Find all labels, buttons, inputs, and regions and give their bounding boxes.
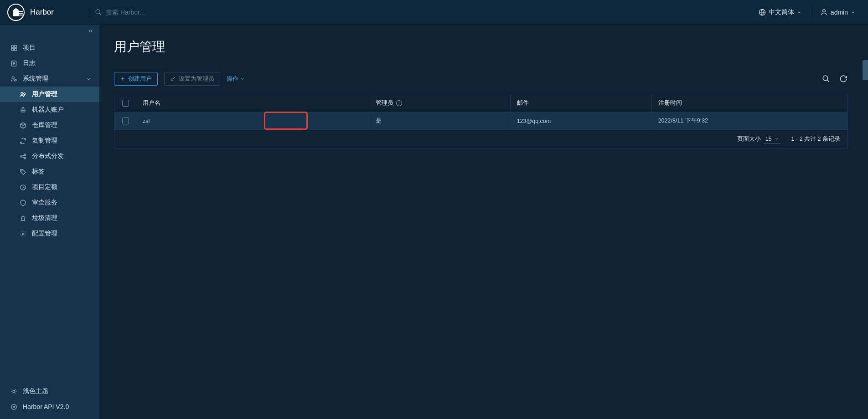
column-regtime[interactable]: 注册时间: [652, 94, 847, 112]
sidebar-item-theme[interactable]: 浅色主题: [0, 383, 99, 399]
distribution-icon: [19, 153, 26, 160]
search-input[interactable]: [106, 9, 243, 16]
chevron-down-icon: [851, 10, 855, 15]
nav-label: 复制管理: [32, 137, 57, 145]
main-content: 用户管理 创建用户 设置为管理员 操作: [99, 25, 868, 419]
table-row[interactable]: zsl 是 123@qq.com 2022/8/11 下午9:32: [114, 112, 847, 130]
pagination-range: 1 - 2 共计 2 条记录: [791, 135, 840, 143]
header-right: 中文简体 admin: [753, 5, 861, 20]
page-size-label: 页面大小: [737, 135, 761, 143]
svg-rect-5: [14, 45, 16, 47]
sidebar-item-scan[interactable]: 审查服务: [0, 195, 99, 210]
harbor-logo-icon: [7, 4, 25, 21]
svg-point-14: [21, 92, 22, 94]
refresh-button[interactable]: [839, 74, 848, 83]
nav-label: 仓库管理: [32, 121, 57, 129]
chevron-down-icon: [86, 77, 91, 82]
nav-label: 垃圾清理: [32, 214, 57, 222]
toolbar-right: [822, 74, 848, 83]
registry-icon: [19, 122, 26, 129]
nav-label: 项目: [23, 44, 36, 52]
sidebar-item-config[interactable]: 配置管理: [0, 226, 99, 241]
chevron-down-icon: [240, 77, 245, 81]
set-admin-button[interactable]: 设置为管理员: [164, 72, 220, 86]
language-label: 中文简体: [769, 8, 794, 16]
config-icon: [19, 230, 26, 237]
search-container: [95, 9, 753, 16]
brand-name: Harbor: [30, 8, 54, 17]
language-selector[interactable]: 中文简体: [753, 5, 807, 20]
cell-admin: 是: [369, 112, 511, 129]
sidebar-item-registry[interactable]: 仓库管理: [0, 118, 99, 133]
sidebar-collapse-toggle[interactable]: [0, 25, 99, 37]
logs-icon: [10, 60, 17, 67]
nav-label: 系统管理: [23, 75, 48, 83]
sidebar-item-labels[interactable]: 标签: [0, 164, 99, 179]
user-menu[interactable]: admin: [815, 5, 861, 20]
svg-point-34: [171, 78, 173, 80]
column-email[interactable]: 邮件: [511, 94, 652, 112]
create-user-button[interactable]: 创建用户: [114, 72, 158, 86]
table-footer: 页面大小 15 1 - 2 共计 2 条记录: [114, 130, 847, 148]
sidebar-item-projects[interactable]: 项目: [0, 40, 99, 56]
sidebar-item-admin[interactable]: 系统管理: [0, 71, 99, 87]
brand-section[interactable]: Harbor: [7, 4, 83, 21]
svg-rect-4: [11, 45, 13, 47]
page-size-selector: 页面大小 15: [737, 135, 780, 143]
table-search-button[interactable]: [822, 74, 831, 83]
sidebar-item-gc[interactable]: 垃圾清理: [0, 210, 99, 226]
users-icon: [19, 91, 26, 98]
sidebar-footer: 浅色主题 Harbor API V2.0: [0, 383, 99, 419]
nav-label: 配置管理: [32, 230, 57, 238]
info-icon[interactable]: i: [396, 100, 402, 106]
user-icon: [820, 8, 828, 16]
svg-point-15: [23, 92, 25, 94]
svg-point-31: [13, 406, 15, 408]
svg-point-20: [22, 107, 23, 108]
sidebar-item-logs[interactable]: 日志: [0, 56, 99, 71]
select-all-cell: [114, 94, 136, 112]
cell-email: 123@qq.com: [511, 112, 652, 129]
divider: [811, 5, 811, 19]
column-username[interactable]: 用户名: [136, 94, 369, 112]
globe-icon: [759, 9, 766, 16]
svg-point-29: [13, 390, 15, 393]
divider: [89, 4, 89, 20]
svg-line-24: [21, 155, 24, 156]
key-icon: [170, 76, 176, 82]
svg-point-12: [12, 77, 14, 79]
column-admin[interactable]: 管理员 i: [369, 94, 511, 112]
side-tab[interactable]: [863, 60, 868, 80]
svg-point-3: [823, 10, 826, 12]
actions-dropdown[interactable]: 操作: [227, 75, 245, 83]
svg-point-28: [22, 233, 24, 235]
sidebar-item-quota[interactable]: 项目定额: [0, 179, 99, 195]
select-all-checkbox[interactable]: [122, 100, 129, 107]
chevron-down-icon: [797, 10, 801, 15]
gc-icon: [19, 215, 26, 222]
sidebar-item-replication[interactable]: 复制管理: [0, 133, 99, 148]
sidebar-item-api[interactable]: Harbor API V2.0: [0, 399, 99, 414]
projects-icon: [10, 44, 17, 51]
cell-regtime: 2022/8/11 下午9:32: [652, 112, 847, 129]
replication-icon: [19, 137, 26, 144]
nav-label: 日志: [23, 59, 36, 67]
table-header: 用户名 管理员 i 邮件 注册时间: [114, 94, 847, 112]
page-title: 用户管理: [114, 38, 848, 56]
row-select-cell: [114, 112, 136, 129]
sidebar: 项目 日志 系统管理 用户管理 机器人账户 仓库管理: [0, 25, 99, 419]
svg-point-35: [823, 76, 828, 81]
collapse-icon: [88, 28, 94, 34]
sidebar-item-users[interactable]: 用户管理: [0, 87, 99, 102]
nav-label: 机器人账户: [32, 106, 64, 114]
svg-point-30: [11, 404, 16, 409]
sidebar-item-robot[interactable]: 机器人账户: [0, 102, 99, 118]
svg-line-25: [21, 157, 24, 158]
labels-icon: [19, 168, 26, 175]
page-size-dropdown[interactable]: 15: [764, 135, 780, 143]
nav-label: 标签: [32, 168, 45, 176]
sidebar-item-distribution[interactable]: 分布式分发: [0, 148, 99, 164]
svg-line-1: [99, 13, 101, 15]
button-label: 创建用户: [128, 75, 152, 83]
row-checkbox[interactable]: [122, 118, 129, 124]
